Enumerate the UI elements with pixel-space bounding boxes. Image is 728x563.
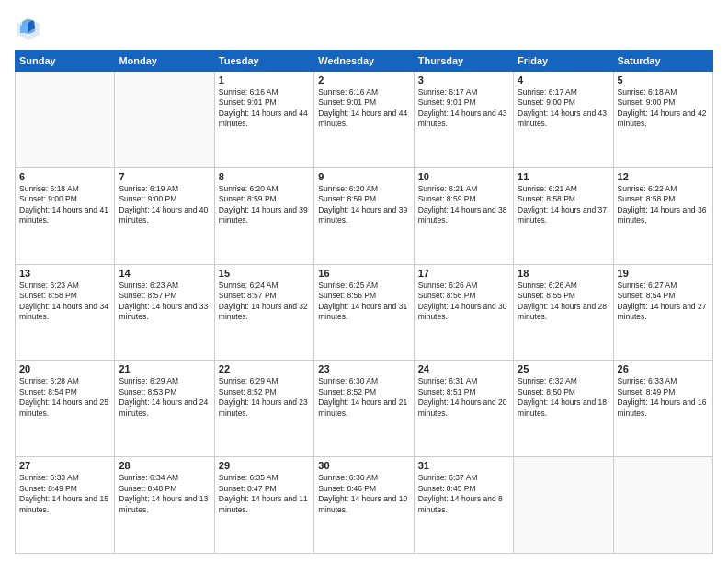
calendar-cell: 26Sunrise: 6:33 AM Sunset: 8:49 PM Dayli… <box>613 361 712 457</box>
calendar-cell: 4Sunrise: 6:17 AM Sunset: 9:00 PM Daylig… <box>514 72 613 168</box>
calendar-cell: 12Sunrise: 6:22 AM Sunset: 8:58 PM Dayli… <box>613 167 712 264</box>
calendar-week-5: 27Sunrise: 6:33 AM Sunset: 8:49 PM Dayli… <box>16 457 713 554</box>
day-info: Sunrise: 6:31 AM Sunset: 8:51 PM Dayligh… <box>418 376 509 419</box>
day-number: 4 <box>518 75 609 86</box>
day-info: Sunrise: 6:21 AM Sunset: 8:58 PM Dayligh… <box>518 184 609 226</box>
day-info: Sunrise: 6:29 AM Sunset: 8:52 PM Dayligh… <box>219 376 310 419</box>
day-info: Sunrise: 6:30 AM Sunset: 8:52 PM Dayligh… <box>318 376 409 419</box>
day-number: 29 <box>219 460 310 471</box>
day-number: 3 <box>418 75 509 86</box>
day-number: 9 <box>318 171 409 182</box>
day-number: 21 <box>119 363 210 374</box>
weekday-header-tuesday: Tuesday <box>214 51 313 72</box>
calendar-cell: 11Sunrise: 6:21 AM Sunset: 8:58 PM Dayli… <box>514 167 613 264</box>
day-number: 22 <box>219 363 310 374</box>
calendar-cell: 18Sunrise: 6:26 AM Sunset: 8:55 PM Dayli… <box>514 264 613 361</box>
day-info: Sunrise: 6:32 AM Sunset: 8:50 PM Dayligh… <box>518 376 609 419</box>
day-number: 26 <box>618 363 709 374</box>
calendar-cell: 3Sunrise: 6:17 AM Sunset: 9:01 PM Daylig… <box>414 72 513 168</box>
calendar-cell: 24Sunrise: 6:31 AM Sunset: 8:51 PM Dayli… <box>414 361 513 457</box>
day-info: Sunrise: 6:25 AM Sunset: 8:56 PM Dayligh… <box>318 281 409 323</box>
day-info: Sunrise: 6:29 AM Sunset: 8:53 PM Dayligh… <box>119 376 210 419</box>
day-info: Sunrise: 6:33 AM Sunset: 8:49 PM Dayligh… <box>618 376 709 419</box>
calendar-cell: 31Sunrise: 6:37 AM Sunset: 8:45 PM Dayli… <box>414 457 513 554</box>
day-number: 8 <box>219 171 310 182</box>
day-info: Sunrise: 6:20 AM Sunset: 8:59 PM Dayligh… <box>318 184 409 226</box>
calendar-cell: 7Sunrise: 6:19 AM Sunset: 9:00 PM Daylig… <box>115 167 214 264</box>
day-info: Sunrise: 6:27 AM Sunset: 8:54 PM Dayligh… <box>618 281 709 323</box>
day-number: 2 <box>318 75 409 86</box>
day-info: Sunrise: 6:19 AM Sunset: 9:00 PM Dayligh… <box>119 184 210 226</box>
calendar-cell: 25Sunrise: 6:32 AM Sunset: 8:50 PM Dayli… <box>514 361 613 457</box>
calendar-cell: 17Sunrise: 6:26 AM Sunset: 8:56 PM Dayli… <box>414 264 513 361</box>
day-number: 23 <box>318 363 409 374</box>
day-number: 24 <box>418 363 509 374</box>
day-info: Sunrise: 6:33 AM Sunset: 8:49 PM Dayligh… <box>19 473 110 515</box>
calendar-cell <box>115 72 214 168</box>
day-number: 11 <box>518 171 609 182</box>
calendar-cell: 6Sunrise: 6:18 AM Sunset: 9:00 PM Daylig… <box>16 167 115 264</box>
calendar-cell <box>16 72 115 168</box>
day-number: 19 <box>618 268 709 279</box>
day-info: Sunrise: 6:16 AM Sunset: 9:01 PM Dayligh… <box>219 87 310 130</box>
calendar-cell: 30Sunrise: 6:36 AM Sunset: 8:46 PM Dayli… <box>314 457 414 554</box>
day-number: 30 <box>318 460 409 471</box>
calendar-cell: 8Sunrise: 6:20 AM Sunset: 8:59 PM Daylig… <box>214 167 313 264</box>
calendar-table: SundayMondayTuesdayWednesdayThursdayFrid… <box>15 50 713 554</box>
day-info: Sunrise: 6:28 AM Sunset: 8:54 PM Dayligh… <box>19 376 110 419</box>
calendar-cell: 23Sunrise: 6:30 AM Sunset: 8:52 PM Dayli… <box>314 361 414 457</box>
day-number: 6 <box>19 171 110 182</box>
day-info: Sunrise: 6:37 AM Sunset: 8:45 PM Dayligh… <box>418 473 509 515</box>
day-number: 10 <box>418 171 509 182</box>
calendar-week-2: 6Sunrise: 6:18 AM Sunset: 9:00 PM Daylig… <box>16 167 713 264</box>
day-number: 1 <box>219 75 310 86</box>
day-info: Sunrise: 6:36 AM Sunset: 8:46 PM Dayligh… <box>318 473 409 515</box>
day-number: 20 <box>19 363 110 374</box>
calendar-cell: 14Sunrise: 6:23 AM Sunset: 8:57 PM Dayli… <box>115 264 214 361</box>
day-info: Sunrise: 6:35 AM Sunset: 8:47 PM Dayligh… <box>219 473 310 515</box>
day-info: Sunrise: 6:18 AM Sunset: 9:00 PM Dayligh… <box>618 87 709 130</box>
day-info: Sunrise: 6:20 AM Sunset: 8:59 PM Dayligh… <box>219 184 310 226</box>
day-number: 27 <box>19 460 110 471</box>
day-info: Sunrise: 6:18 AM Sunset: 9:00 PM Dayligh… <box>19 184 110 226</box>
calendar-cell <box>514 457 613 554</box>
calendar-cell: 1Sunrise: 6:16 AM Sunset: 9:01 PM Daylig… <box>214 72 313 168</box>
calendar-cell: 29Sunrise: 6:35 AM Sunset: 8:47 PM Dayli… <box>214 457 313 554</box>
day-info: Sunrise: 6:22 AM Sunset: 8:58 PM Dayligh… <box>618 184 709 226</box>
header <box>15 15 713 42</box>
calendar-cell: 10Sunrise: 6:21 AM Sunset: 8:59 PM Dayli… <box>414 167 513 264</box>
day-number: 15 <box>219 268 310 279</box>
day-info: Sunrise: 6:17 AM Sunset: 9:01 PM Dayligh… <box>418 87 509 130</box>
day-number: 7 <box>119 171 210 182</box>
calendar-cell: 2Sunrise: 6:16 AM Sunset: 9:01 PM Daylig… <box>314 72 414 168</box>
day-info: Sunrise: 6:23 AM Sunset: 8:57 PM Dayligh… <box>119 281 210 323</box>
calendar-cell: 15Sunrise: 6:24 AM Sunset: 8:57 PM Dayli… <box>214 264 313 361</box>
day-number: 12 <box>618 171 709 182</box>
calendar-cell: 21Sunrise: 6:29 AM Sunset: 8:53 PM Dayli… <box>115 361 214 457</box>
weekday-header-wednesday: Wednesday <box>314 51 414 72</box>
day-info: Sunrise: 6:26 AM Sunset: 8:55 PM Dayligh… <box>518 281 609 323</box>
calendar-cell: 13Sunrise: 6:23 AM Sunset: 8:58 PM Dayli… <box>16 264 115 361</box>
day-info: Sunrise: 6:24 AM Sunset: 8:57 PM Dayligh… <box>219 281 310 323</box>
weekday-header-friday: Friday <box>514 51 613 72</box>
weekday-header-sunday: Sunday <box>16 51 115 72</box>
day-number: 14 <box>119 268 210 279</box>
calendar-cell: 19Sunrise: 6:27 AM Sunset: 8:54 PM Dayli… <box>613 264 712 361</box>
calendar-week-4: 20Sunrise: 6:28 AM Sunset: 8:54 PM Dayli… <box>16 361 713 457</box>
calendar-cell: 20Sunrise: 6:28 AM Sunset: 8:54 PM Dayli… <box>16 361 115 457</box>
day-info: Sunrise: 6:23 AM Sunset: 8:58 PM Dayligh… <box>19 281 110 323</box>
calendar-cell: 28Sunrise: 6:34 AM Sunset: 8:48 PM Dayli… <box>115 457 214 554</box>
calendar-week-3: 13Sunrise: 6:23 AM Sunset: 8:58 PM Dayli… <box>16 264 713 361</box>
day-number: 28 <box>119 460 210 471</box>
day-info: Sunrise: 6:17 AM Sunset: 9:00 PM Dayligh… <box>518 87 609 130</box>
day-info: Sunrise: 6:16 AM Sunset: 9:01 PM Dayligh… <box>318 87 409 130</box>
calendar-cell: 9Sunrise: 6:20 AM Sunset: 8:59 PM Daylig… <box>314 167 414 264</box>
day-number: 18 <box>518 268 609 279</box>
calendar-cell: 22Sunrise: 6:29 AM Sunset: 8:52 PM Dayli… <box>214 361 313 457</box>
day-number: 16 <box>318 268 409 279</box>
day-info: Sunrise: 6:21 AM Sunset: 8:59 PM Dayligh… <box>418 184 509 226</box>
calendar-cell: 16Sunrise: 6:25 AM Sunset: 8:56 PM Dayli… <box>314 264 414 361</box>
day-number: 13 <box>19 268 110 279</box>
weekday-header-saturday: Saturday <box>613 51 712 72</box>
day-info: Sunrise: 6:34 AM Sunset: 8:48 PM Dayligh… <box>119 473 210 515</box>
